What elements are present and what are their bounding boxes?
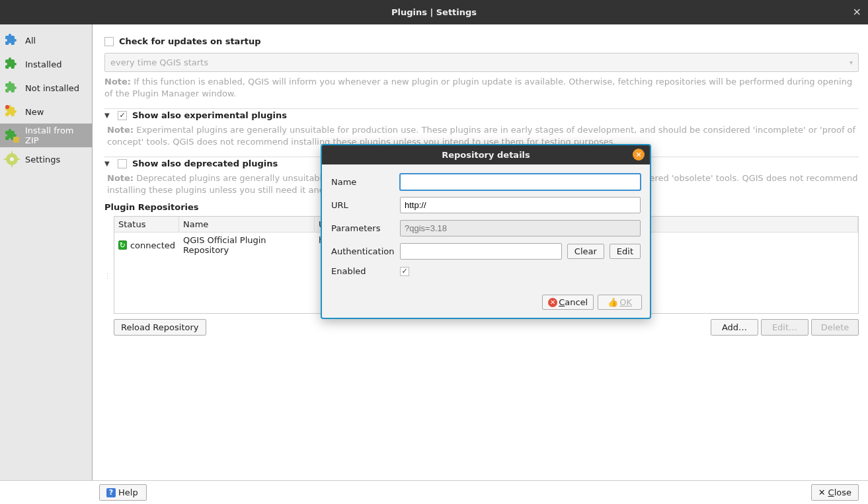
reload-repository-button[interactable]: Reload Repository	[114, 319, 206, 336]
sidebar-item-install-zip[interactable]: Install from ZIP	[0, 124, 92, 147]
column-header-name[interactable]: Name	[179, 217, 315, 232]
dialog-close-button[interactable]: ✕	[633, 149, 645, 161]
frequency-selected-value: every time QGIS starts	[110, 57, 208, 67]
field-label-url: URL	[331, 200, 395, 210]
bottom-bar: ? Help ✕ Close	[0, 480, 868, 504]
window-close-button[interactable]: ×	[853, 5, 861, 18]
dialog-titlebar: Repository details ✕	[322, 145, 650, 164]
repository-buttons: Reload Repository Add… Edit… Delete	[114, 319, 859, 336]
collapse-toggle-icon[interactable]: ▼	[104, 112, 112, 119]
sidebar-item-label: Not installed	[25, 83, 79, 93]
svg-rect-7	[17, 159, 20, 160]
sidebar-item-label: All	[25, 36, 36, 46]
repo-name-input[interactable]	[400, 174, 641, 190]
status-text: connected	[130, 240, 175, 250]
sidebar-item-label: Install from ZIP	[25, 126, 88, 145]
sidebar-item-installed[interactable]: Installed	[0, 52, 92, 76]
field-label-authentication: Authentication	[331, 246, 395, 256]
auth-edit-button[interactable]: Edit	[610, 244, 641, 259]
close-icon: ✕	[818, 487, 826, 497]
note-text: If this function is enabled, QGIS will i…	[104, 77, 852, 98]
sidebar-item-label: Installed	[25, 59, 61, 69]
sidebar-item-settings[interactable]: Settings	[0, 147, 92, 171]
field-label-parameters: Parameters	[331, 223, 395, 233]
cancel-icon: ✕	[548, 298, 557, 307]
frequency-dropdown[interactable]: every time QGIS starts ▾	[104, 53, 859, 72]
repo-url-input[interactable]	[400, 197, 641, 213]
deprecated-checkbox[interactable]	[118, 159, 127, 168]
column-header-status[interactable]: Status	[114, 217, 179, 232]
delete-repository-button[interactable]: Delete	[811, 319, 859, 336]
repo-auth-input[interactable]	[400, 243, 562, 260]
ok-label: OK	[619, 297, 632, 307]
sidebar-item-label: Settings	[25, 155, 60, 164]
experimental-section: ▼ Show also experimental plugins Note: E…	[104, 108, 859, 147]
sidebar-item-all[interactable]: All	[0, 28, 92, 52]
sidebar: All Installed Not installed New Install …	[0, 24, 93, 480]
collapse-toggle-icon[interactable]: ▼	[104, 160, 112, 167]
dialog-title: Repository details	[442, 150, 530, 160]
experimental-label: Show also experimental plugins	[132, 110, 287, 120]
cell-name: QGIS Official Plugin Repository	[179, 233, 315, 258]
puzzle-blue-icon	[4, 32, 20, 48]
dialog-footer: ✕ Cancel 👍 OK	[322, 289, 650, 318]
window-title: Plugins | Settings	[391, 7, 477, 17]
note-prefix: Note:	[104, 77, 131, 87]
check-updates-checkbox[interactable]	[104, 37, 114, 46]
repo-parameters-input	[400, 220, 641, 236]
puzzle-green-light-icon	[4, 80, 20, 96]
cancel-label: Cancel	[559, 297, 588, 307]
note-text: Experimental plugins are generally unsui…	[107, 125, 855, 147]
check-updates-label: Check for updates on startup	[119, 36, 261, 46]
field-label-name: Name	[331, 177, 395, 187]
close-button[interactable]: ✕ Close	[811, 484, 859, 501]
note-prefix: Note:	[107, 173, 134, 183]
deprecated-label: Show also deprecated plugins	[132, 159, 278, 168]
help-label: Help	[118, 487, 138, 497]
note-updates: Note: If this function is enabled, QGIS …	[104, 76, 859, 99]
svg-rect-6	[4, 159, 7, 160]
status-connected-icon	[118, 240, 127, 250]
auth-clear-button[interactable]: Clear	[567, 244, 604, 259]
puzzle-green-icon	[4, 56, 20, 72]
dialog-ok-button[interactable]: 👍 OK	[598, 295, 642, 310]
sidebar-item-label: New	[25, 107, 44, 117]
dialog-body: Name URL Parameters Authentication Clear…	[322, 164, 650, 289]
close-label: Close	[828, 487, 851, 497]
svg-point-0	[5, 105, 9, 109]
window-titlebar: Plugins | Settings ×	[0, 0, 868, 24]
puzzle-zip-icon	[4, 127, 20, 143]
sidebar-item-new[interactable]: New	[0, 100, 92, 124]
add-repository-button[interactable]: Add…	[711, 319, 758, 336]
help-button[interactable]: ? Help	[99, 484, 147, 501]
ok-icon: 👍	[608, 297, 618, 307]
repository-details-dialog: Repository details ✕ Name URL Parameters…	[321, 144, 651, 319]
edit-repository-button[interactable]: Edit…	[761, 319, 809, 336]
cell-status: connected	[114, 233, 179, 258]
field-label-enabled: Enabled	[331, 266, 395, 276]
help-icon: ?	[106, 488, 116, 497]
dialog-cancel-button[interactable]: ✕ Cancel	[542, 295, 594, 310]
repo-enabled-checkbox[interactable]	[400, 267, 409, 276]
gear-icon	[4, 151, 20, 167]
check-updates-row: Check for updates on startup	[104, 36, 859, 46]
svg-rect-1	[13, 137, 19, 143]
puzzle-new-icon	[4, 104, 20, 120]
svg-point-3	[10, 157, 14, 161]
svg-rect-4	[11, 151, 13, 154]
splitter-handle[interactable]: ⋮	[104, 216, 111, 336]
experimental-checkbox[interactable]	[118, 111, 127, 120]
sidebar-item-not-installed[interactable]: Not installed	[0, 76, 92, 100]
note-prefix: Note:	[107, 125, 134, 135]
svg-rect-5	[11, 164, 13, 167]
chevron-down-icon: ▾	[849, 59, 853, 66]
